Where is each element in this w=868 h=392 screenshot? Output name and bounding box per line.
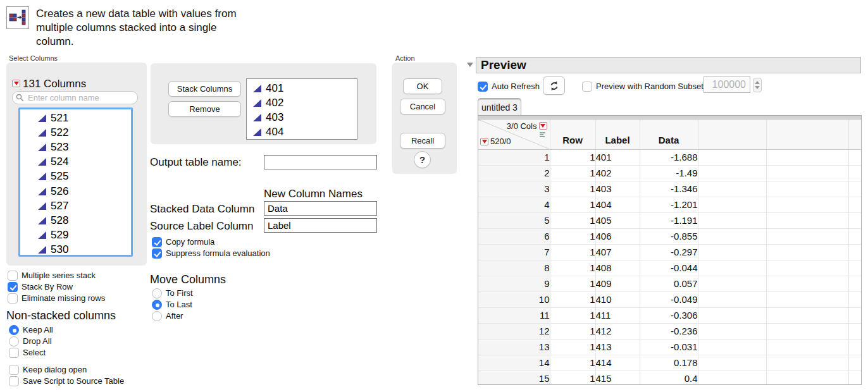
copy-formula-checkbox[interactable] <box>152 237 162 247</box>
stacked-column-item[interactable]: 401 <box>247 81 357 95</box>
empty-cell <box>848 197 861 212</box>
empty-cell <box>848 181 861 197</box>
row-number-cell[interactable]: 5 <box>478 212 550 228</box>
ok-button[interactable]: OK <box>403 78 442 94</box>
suppress-formula-checkbox[interactable] <box>152 248 162 259</box>
random-subset-checkbox[interactable] <box>582 82 592 92</box>
output-table-name-input[interactable] <box>264 155 377 169</box>
row-number-cell[interactable]: 2 <box>478 165 550 181</box>
stacked-column-item[interactable]: 402 <box>247 95 357 110</box>
column-name: 530 <box>51 243 68 256</box>
help-button[interactable]: ? <box>414 151 431 168</box>
source-label-column-input[interactable] <box>264 218 377 233</box>
stack-by-row-checkbox[interactable] <box>8 282 18 292</box>
column-list-item[interactable]: 528 <box>20 213 131 228</box>
row-number-cell[interactable]: 11 <box>478 307 550 323</box>
table-row: 11 1 411 -0.306 <box>478 307 861 323</box>
copy-formula-label: Copy formula <box>166 237 214 247</box>
drop-all-radio[interactable] <box>9 336 19 346</box>
source-label-column-label: Source Label Column <box>150 220 253 233</box>
subset-size-input[interactable]: 100000 <box>704 77 750 93</box>
row-value-cell: 1 <box>550 212 595 228</box>
preview-disclosure-icon[interactable] <box>467 63 473 67</box>
empty-cell <box>766 228 848 244</box>
column-list-item[interactable]: 523 <box>20 140 131 154</box>
rows-panel-menu-icon[interactable] <box>480 138 488 145</box>
row-number-cell[interactable]: 7 <box>478 244 550 260</box>
row-number-cell[interactable]: 14 <box>478 355 550 371</box>
column-list-item[interactable]: 529 <box>20 228 131 243</box>
cancel-button[interactable]: Cancel <box>400 99 445 114</box>
column-list-item[interactable]: 526 <box>20 184 131 199</box>
to-first-radio[interactable] <box>152 288 162 298</box>
column-list-item[interactable]: 530 <box>20 243 131 257</box>
table-row: 15 1 415 0.4 <box>478 371 861 385</box>
row-number-cell[interactable]: 9 <box>478 276 550 291</box>
column-header-empty <box>848 119 861 149</box>
eliminate-missing-rows-checkbox[interactable] <box>8 293 18 303</box>
continuous-column-icon <box>38 129 46 137</box>
column-header-data[interactable]: Data <box>640 119 698 149</box>
recall-button[interactable]: Recall <box>400 133 445 149</box>
empty-cell <box>766 339 848 355</box>
data-value-cell: -0.236 <box>640 323 698 339</box>
stacked-column-name: 404 <box>266 126 283 138</box>
stacked-columns-list[interactable]: 401 402 403 404 <box>246 78 357 140</box>
empty-cell <box>766 276 848 291</box>
table-corner-cell: 3/0 Cols 520/0 <box>478 119 550 149</box>
source-columns-list[interactable]: 521 522 523 524 525 <box>18 107 133 257</box>
row-number-cell[interactable]: 13 <box>478 339 550 355</box>
preview-tab-untitled-3[interactable]: untitled 3 <box>478 98 521 116</box>
stacked-column-item[interactable]: 404 <box>247 125 357 139</box>
row-number-cell[interactable]: 10 <box>478 291 550 307</box>
columns-menu-icon[interactable] <box>12 80 20 87</box>
row-number-cell[interactable]: 1 <box>478 149 550 165</box>
columns-panel-menu-icon[interactable] <box>539 122 547 130</box>
empty-cell <box>698 371 766 385</box>
row-number-cell[interactable]: 6 <box>478 228 550 244</box>
remove-button[interactable]: Remove <box>168 101 241 117</box>
multiple-series-stack-checkbox[interactable] <box>8 271 18 281</box>
empty-cell <box>766 181 848 197</box>
column-name: 524 <box>51 156 68 168</box>
label-value-cell: 407 <box>595 244 640 260</box>
table-row: 14 1 414 0.178 <box>478 355 861 371</box>
empty-cell <box>698 181 766 197</box>
stack-columns-button[interactable]: Stack Columns <box>168 81 241 97</box>
stacked-data-column-input[interactable] <box>264 201 377 216</box>
column-list-item[interactable]: 525 <box>20 169 131 184</box>
eliminate-missing-rows-label: Eliminate missing rows <box>22 293 105 303</box>
stacked-data-column-label: Stacked Data Column <box>150 203 254 216</box>
row-number-cell[interactable]: 15 <box>478 371 550 385</box>
column-list-item[interactable]: 521 <box>20 111 131 125</box>
to-last-radio[interactable] <box>152 300 162 310</box>
stacked-column-item[interactable]: 403 <box>247 110 357 125</box>
column-list-item[interactable]: 527 <box>20 199 131 213</box>
save-script-checkbox[interactable] <box>9 376 19 386</box>
column-header-row[interactable]: Row <box>550 119 595 149</box>
refresh-button[interactable] <box>543 77 565 95</box>
row-number-cell[interactable]: 3 <box>478 181 550 197</box>
data-value-cell: -0.044 <box>640 260 698 276</box>
column-header-label[interactable]: Label <box>595 119 640 149</box>
column-list-item[interactable]: 522 <box>20 125 131 140</box>
column-name: 528 <box>51 214 68 227</box>
after-radio[interactable] <box>152 311 162 321</box>
keep-dialog-open-checkbox[interactable] <box>9 365 19 375</box>
empty-cell <box>766 244 848 260</box>
columns-list-icon[interactable] <box>540 132 545 138</box>
stacked-column-name: 401 <box>266 82 283 95</box>
row-number-cell[interactable]: 12 <box>478 323 550 339</box>
column-list-item[interactable]: 524 <box>20 155 131 169</box>
keep-all-radio[interactable] <box>9 325 19 335</box>
column-search-input[interactable] <box>12 91 138 104</box>
subset-stepper[interactable] <box>753 78 762 92</box>
row-number-cell[interactable]: 8 <box>478 260 550 276</box>
label-value-cell: 405 <box>595 212 640 228</box>
empty-cell <box>766 212 848 228</box>
row-number-cell[interactable]: 4 <box>478 197 550 212</box>
preview-title-bar[interactable]: Preview <box>476 57 861 73</box>
select-checkbox[interactable] <box>9 348 19 358</box>
auto-refresh-checkbox[interactable] <box>478 82 488 92</box>
preview-table: 3/0 Cols 520/0 Row Label Data <box>478 119 862 385</box>
